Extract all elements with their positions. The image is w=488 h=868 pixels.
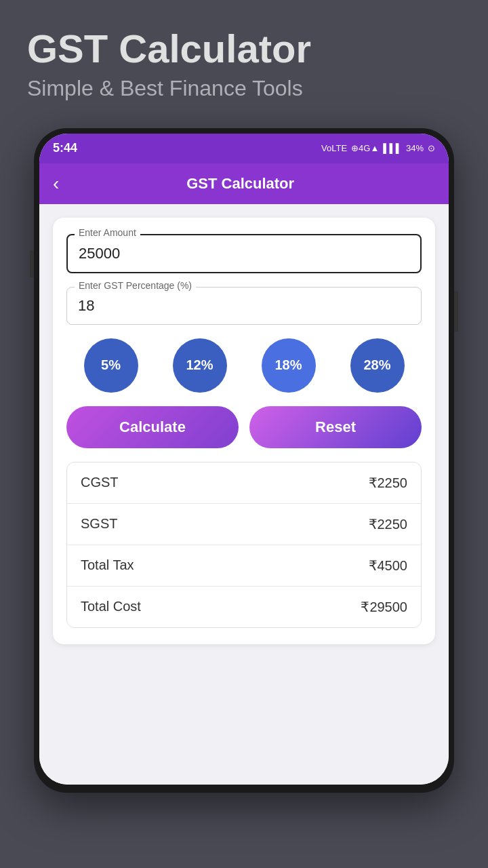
battery-icon: ⊙ <box>428 143 435 153</box>
gst-btn-28[interactable]: 28% <box>350 338 405 393</box>
gst-btn-12[interactable]: 12% <box>173 338 227 393</box>
signal-icon: ⊕4G▲ <box>351 143 379 153</box>
page-header: GST Calculator Simple & Best Finance Too… <box>0 27 488 121</box>
status-icons: VoLTE ⊕4G▲ ▌▌▌ 34% ⊙ <box>321 143 435 153</box>
calculate-button[interactable]: Calculate <box>66 406 239 448</box>
status-bar: 5:44 VoLTE ⊕4G▲ ▌▌▌ 34% ⊙ <box>39 134 449 163</box>
main-content: Enter Amount Enter GST Percentage (%) 5%… <box>39 204 449 785</box>
table-row: Total Tax ₹4500 <box>67 545 421 587</box>
sgst-label: SGST <box>81 516 117 532</box>
cgst-label: CGST <box>81 475 119 490</box>
battery-level: 34% <box>406 143 424 153</box>
cgst-value: ₹2250 <box>369 475 408 491</box>
gst-buttons-row: 5% 12% 18% 28% <box>66 338 422 393</box>
gst-input[interactable] <box>66 287 422 325</box>
table-row: Total Cost ₹29500 <box>67 587 421 627</box>
action-buttons: Calculate Reset <box>66 406 422 448</box>
calculator-card: Enter Amount Enter GST Percentage (%) 5%… <box>53 218 435 644</box>
sgst-value: ₹2250 <box>369 516 408 532</box>
status-time: 5:44 <box>53 141 77 155</box>
gst-label: Enter GST Percentage (%) <box>75 280 196 291</box>
app-bar-title: GST Calculator <box>73 175 408 193</box>
amount-label: Enter Amount <box>75 227 140 238</box>
signal-bars: ▌▌▌ <box>383 143 402 153</box>
results-table: CGST ₹2250 SGST ₹2250 Total Tax ₹4500 To… <box>66 462 422 628</box>
total-tax-label: Total Tax <box>81 557 134 573</box>
total-tax-value: ₹4500 <box>369 557 408 574</box>
amount-input[interactable] <box>66 234 422 273</box>
page-subtitle: Simple & Best Finance Tools <box>27 76 461 101</box>
volume-button <box>30 250 34 277</box>
phone-screen: 5:44 VoLTE ⊕4G▲ ▌▌▌ 34% ⊙ ‹ GST Calculat… <box>39 134 449 785</box>
volte-icon: VoLTE <box>321 143 347 153</box>
gst-input-group: Enter GST Percentage (%) <box>66 287 422 325</box>
table-row: SGST ₹2250 <box>67 504 421 545</box>
total-cost-label: Total Cost <box>81 599 141 614</box>
reset-button[interactable]: Reset <box>249 406 422 448</box>
power-button <box>454 291 458 332</box>
table-row: CGST ₹2250 <box>67 462 421 504</box>
page-title: GST Calculator <box>27 27 461 71</box>
amount-input-group: Enter Amount <box>66 234 422 273</box>
back-button[interactable]: ‹ <box>53 173 59 195</box>
app-bar: ‹ GST Calculator <box>39 163 449 204</box>
total-cost-value: ₹29500 <box>361 599 407 615</box>
gst-btn-18[interactable]: 18% <box>262 338 316 393</box>
phone-frame: 5:44 VoLTE ⊕4G▲ ▌▌▌ 34% ⊙ ‹ GST Calculat… <box>34 128 454 793</box>
gst-btn-5[interactable]: 5% <box>84 338 138 393</box>
